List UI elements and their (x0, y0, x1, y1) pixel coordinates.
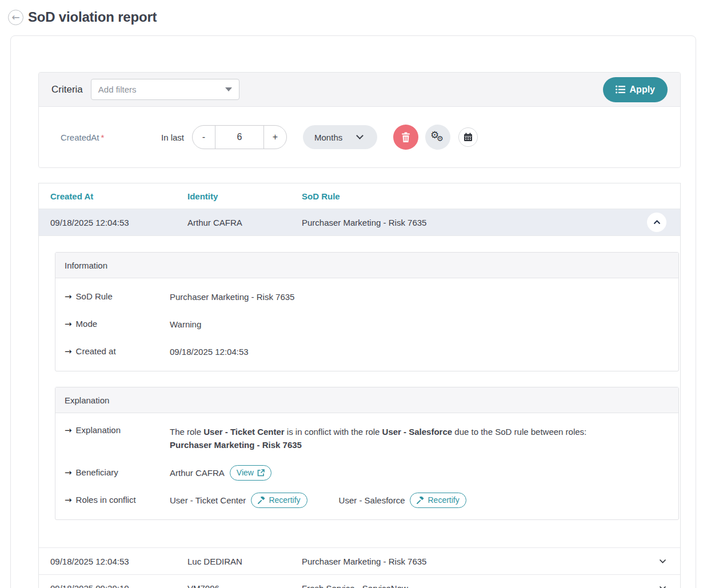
explanation-row: →Explanation The role User - Ticket Cent… (65, 418, 669, 459)
arrow-right-icon: → (65, 495, 72, 505)
violations-table: Created At Identity SoD Rule 09/18/2025 … (38, 183, 681, 588)
chevron-circle (647, 213, 666, 232)
calendar-button[interactable] (458, 127, 478, 147)
back-arrow-icon: ← (11, 13, 19, 22)
cell-identity: Arthur CAFRA (187, 218, 302, 227)
chevron-down-icon (659, 586, 666, 588)
cell-identity: Luc DEDIRAN (187, 557, 302, 566)
arrow-right-icon: → (65, 467, 72, 478)
list-icon (616, 85, 625, 94)
add-filters-placeholder: Add filters (98, 85, 225, 94)
gavel-icon (258, 497, 265, 504)
beneficiary-value: Arthur CAFRA View (170, 465, 271, 481)
required-asterisk: * (101, 133, 105, 142)
roles-in-conflict-row: →Roles in conflict User - Ticket Center … (65, 486, 669, 514)
info-value: Purchaser Marketing - Risk 7635 (170, 290, 294, 303)
filter-name: CreatedAt* (61, 133, 161, 142)
in-last-label: In last (161, 133, 184, 142)
conflict-role-name-2: User - Salesforce (339, 494, 405, 507)
info-label: →Mode (65, 319, 170, 329)
criteria-label: Criteria (51, 84, 83, 95)
stepper-minus-button[interactable]: - (192, 125, 215, 149)
trash-icon (401, 132, 411, 143)
info-row-mode: →Mode Warning (65, 310, 669, 338)
explanation-panel: Explanation →Explanation The role User -… (55, 387, 679, 520)
explanation-panel-title: Explanation (55, 387, 678, 413)
cell-created-at: 09/18/2025 12:04:53 (50, 218, 187, 227)
unit-select[interactable]: Months (303, 125, 377, 149)
cell-sod-rule: Purchaser Marketing - Risk 7635 (302, 218, 647, 227)
info-value: 09/18/2025 12:04:53 (170, 345, 249, 358)
info-row-sod-rule: →SoD Rule Purchaser Marketing - Risk 763… (65, 283, 669, 310)
explanation-text: The role User - Ticket Center is in conf… (170, 425, 586, 451)
view-beneficiary-button[interactable]: View (230, 465, 271, 481)
stepper-plus-button[interactable]: + (263, 125, 287, 149)
criteria-filter-row: CreatedAt* In last - + Months (39, 107, 680, 167)
duration-stepper: - + (192, 125, 287, 149)
apply-label: Apply (630, 85, 655, 95)
beneficiary-label: →Beneficiary (65, 467, 170, 478)
explanation-label: →Explanation (65, 425, 170, 435)
page-header: ← SoD violation report (0, 0, 711, 29)
back-button[interactable]: ← (8, 10, 23, 25)
arrow-right-icon: → (65, 319, 72, 329)
sod-rule-name: Purchaser Marketing - Risk 7635 (170, 438, 586, 451)
roles-in-conflict-value: User - Ticket Center Recertify User - Sa… (170, 493, 466, 508)
arrow-right-icon: → (65, 346, 72, 357)
chevron-down-icon (659, 559, 666, 563)
information-panel-title: Information (55, 253, 678, 278)
cell-sod-rule: Fresh Service - ServiceNow (302, 583, 659, 588)
settings-button[interactable]: ⚙ ⚙ (425, 125, 450, 150)
external-link-icon (257, 469, 265, 477)
conflict-role-1: User - Ticket Center (203, 427, 284, 437)
chevron-up-icon (653, 220, 661, 225)
gavel-icon (417, 497, 424, 504)
table-row[interactable]: 09/18/2025 12:04:53 Luc DEDIRAN Purchase… (39, 547, 680, 574)
chevron-down-icon (356, 132, 364, 139)
apply-button[interactable]: Apply (603, 77, 668, 102)
duration-input[interactable] (215, 125, 264, 149)
column-header-identity: Identity (187, 191, 302, 201)
collapse-row-button[interactable] (647, 213, 666, 232)
explanation-panel-body: →Explanation The role User - Ticket Cent… (55, 413, 678, 519)
roles-in-conflict-label: →Roles in conflict (65, 495, 170, 505)
recertify-role-1-button[interactable]: Recertify (251, 493, 307, 508)
cell-created-at: 09/18/2025 12:04:53 (50, 557, 187, 566)
cell-identity: VM7096 (187, 583, 302, 588)
information-panel-body: →SoD Rule Purchaser Marketing - Risk 763… (55, 278, 678, 371)
cell-sod-rule: Purchaser Marketing - Risk 7635 (302, 557, 659, 566)
column-header-sod-rule: SoD Rule (302, 191, 680, 201)
caret-down-icon (225, 87, 232, 91)
add-filters-select[interactable]: Add filters (91, 79, 239, 100)
info-row-created-at: →Created at 09/18/2025 12:04:53 (65, 338, 669, 365)
information-panel: Information →SoD Rule Purchaser Marketin… (55, 252, 679, 371)
remove-filter-button[interactable] (393, 125, 418, 150)
table-header-row: Created At Identity SoD Rule (39, 183, 680, 209)
info-value: Warning (170, 318, 201, 331)
expand-row-button[interactable] (659, 586, 666, 588)
conflict-role-2: User - Salesforce (382, 427, 453, 437)
beneficiary-name: Arthur CAFRA (170, 466, 225, 479)
report-card: Criteria Add filters Apply CreatedAt* In… (10, 35, 696, 588)
calendar-icon (464, 133, 473, 142)
beneficiary-row: →Beneficiary Arthur CAFRA View (65, 459, 669, 486)
criteria-block: Criteria Add filters Apply CreatedAt* In… (38, 72, 681, 168)
arrow-right-icon: → (65, 425, 72, 435)
column-header-created-at: Created At (50, 191, 187, 201)
arrow-right-icon: → (65, 291, 72, 302)
gear-icon-small: ⚙ (437, 134, 444, 143)
expand-row-button[interactable] (659, 559, 666, 563)
conflict-role-name-1: User - Ticket Center (170, 494, 246, 507)
info-label: →SoD Rule (65, 291, 170, 302)
recertify-role-2-button[interactable]: Recertify (410, 493, 466, 508)
table-row[interactable]: 09/18/2025 09:29:10 VM7096 Fresh Service… (39, 574, 680, 588)
criteria-header: Criteria Add filters Apply (39, 73, 680, 107)
table-row[interactable]: 09/18/2025 12:04:53 Arthur CAFRA Purchas… (39, 209, 680, 235)
unit-selected-value: Months (314, 133, 342, 142)
info-label: →Created at (65, 346, 170, 357)
page-title: SoD violation report (28, 9, 157, 25)
row-detail-panel: Information →SoD Rule Purchaser Marketin… (39, 235, 680, 547)
cell-created-at: 09/18/2025 09:29:10 (50, 583, 187, 588)
